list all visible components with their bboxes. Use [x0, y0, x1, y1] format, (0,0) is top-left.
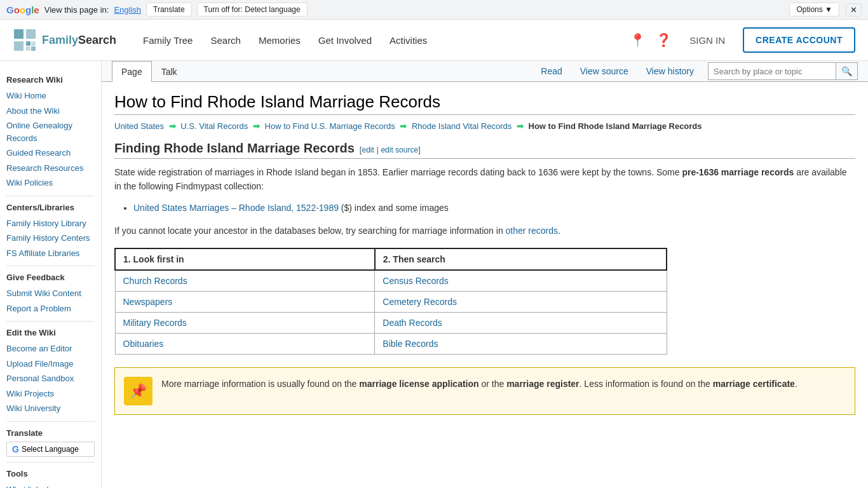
- sidebar-what-links-here[interactable]: What links here: [6, 482, 95, 489]
- sidebar-wiki-policies[interactable]: Wiki Policies: [6, 175, 95, 191]
- breadcrumb-ri-vital-records[interactable]: Rhode Island Vital Records: [412, 121, 512, 131]
- svg-rect-1: [26, 29, 36, 39]
- edit-links: [edit | edit source]: [360, 145, 421, 154]
- nav-memories[interactable]: Memories: [251, 30, 308, 51]
- tab-talk[interactable]: Talk: [152, 61, 187, 82]
- table-col1-link-3[interactable]: Obituaries: [123, 337, 367, 350]
- table-col2-link-2[interactable]: Death Records: [383, 316, 658, 329]
- create-account-button[interactable]: CREATE ACCOUNT: [743, 27, 855, 53]
- sidebar-research-resources[interactable]: Research Resources: [6, 161, 95, 176]
- tab-page[interactable]: Page: [112, 61, 152, 82]
- main-content: How to Find Rhode Island Marriage Record…: [102, 82, 868, 425]
- page-layout: Research Wiki Wiki Home About the Wiki O…: [0, 61, 868, 488]
- tools-title: Tools: [6, 469, 95, 478]
- svg-rect-4: [31, 41, 36, 46]
- tip-text-2: or the: [479, 379, 507, 389]
- other-records-link[interactable]: other records: [506, 226, 558, 236]
- sidebar-wiki-projects[interactable]: Wiki Projects: [6, 386, 95, 402]
- sidebar-family-history-centers[interactable]: Family History Centers: [6, 231, 95, 246]
- edit-wiki-title: Edit the Wiki: [6, 328, 95, 337]
- tip-bold-1: marriage license application: [359, 379, 478, 389]
- sidebar-upload-file[interactable]: Upload File/Image: [6, 356, 95, 372]
- close-translate-button[interactable]: ✕: [846, 3, 862, 17]
- svg-rect-6: [31, 46, 36, 51]
- select-language-button[interactable]: G Select Language: [6, 442, 95, 457]
- edit-source-link[interactable]: edit source: [381, 146, 418, 154]
- breadcrumb-us-marriage-records[interactable]: How to Find U.S. Marriage Records: [265, 121, 395, 131]
- ancestor-paragraph: If you cannot locate your ancestor in th…: [114, 224, 855, 238]
- sidebar-divider-2: [6, 266, 95, 266]
- wiki-search-input[interactable]: [709, 63, 836, 79]
- table-col1-link-0[interactable]: Church Records: [123, 274, 367, 287]
- sidebar-wiki-university[interactable]: Wiki University: [6, 401, 95, 416]
- ri-marriages-link[interactable]: United States Marriages – Rhode Island, …: [133, 203, 339, 213]
- tip-icon: 📌: [124, 377, 153, 405]
- sidebar-become-editor[interactable]: Become an Editor: [6, 341, 95, 356]
- nav-get-involved[interactable]: Get Involved: [311, 30, 379, 51]
- help-icon[interactable]: ❓: [656, 32, 672, 48]
- sidebar-submit-wiki[interactable]: Submit Wiki Content: [6, 286, 95, 301]
- sidebar-personal-sandbox[interactable]: Personal Sandbox: [6, 371, 95, 386]
- tip-bold-3: marriage certificate: [713, 379, 795, 389]
- tip-text: More marriage information is usually fou…: [161, 377, 797, 391]
- tip-text-4: .: [795, 379, 797, 389]
- main-header: FamilySearch Family Tree Search Memories…: [0, 20, 868, 61]
- main-nav: Family Tree Search Memories Get Involved…: [135, 30, 630, 51]
- svg-rect-0: [14, 29, 24, 39]
- options-button[interactable]: Options ▼: [789, 3, 839, 17]
- ancestor-text-2: .: [558, 226, 560, 236]
- translate-bar-text: View this page in:: [44, 5, 109, 15]
- svg-rect-5: [26, 46, 31, 51]
- sidebar-report-problem[interactable]: Report a Problem: [6, 301, 95, 316]
- table-col1-link-1[interactable]: Newspapers: [123, 295, 367, 308]
- sidebar-online-genealogy[interactable]: Online Genealogy Records: [6, 118, 95, 146]
- location-icon[interactable]: 📍: [630, 32, 646, 48]
- translate-language-link[interactable]: English: [114, 5, 141, 15]
- sidebar-divider-4: [6, 421, 95, 422]
- table-col2-link-1[interactable]: Cemetery Records: [383, 295, 658, 308]
- sidebar: Research Wiki Wiki Home About the Wiki O…: [0, 61, 102, 488]
- nav-family-tree[interactable]: Family Tree: [135, 30, 200, 51]
- wiki-search-button[interactable]: 🔍: [836, 63, 857, 79]
- tab-read[interactable]: Read: [532, 61, 571, 81]
- nav-activities[interactable]: Activities: [382, 30, 435, 51]
- breadcrumb-arrow-1: ➡: [169, 121, 176, 131]
- table-col2-link-3[interactable]: Bible Records: [383, 337, 658, 350]
- edit-link[interactable]: edit: [362, 146, 374, 154]
- table-header-col1: 1. Look first in: [115, 248, 375, 270]
- table-row: ObituariesBible Records: [115, 334, 667, 355]
- give-feedback-title: Give Feedback: [6, 273, 95, 282]
- table-row: Military RecordsDeath Records: [115, 313, 667, 334]
- page-title: How to Find Rhode Island Marriage Record…: [114, 92, 855, 115]
- table-row: NewspapersCemetery Records: [115, 292, 667, 313]
- breadcrumb-current: How to Find Rhode Island Marriage Record…: [529, 121, 702, 131]
- sidebar-family-history-library[interactable]: Family History Library: [6, 216, 95, 231]
- table-col2-link-0[interactable]: Census Records: [383, 274, 658, 287]
- nav-search[interactable]: Search: [203, 30, 248, 51]
- table-col1-link-2[interactable]: Military Records: [123, 316, 367, 329]
- header-right: 📍 ❓ SIGN IN CREATE ACCOUNT: [630, 27, 855, 53]
- sign-in-button[interactable]: SIGN IN: [682, 30, 733, 51]
- translate-title: Translate: [6, 428, 95, 438]
- sidebar-guided-research[interactable]: Guided Research: [6, 146, 95, 161]
- translate-button[interactable]: Translate: [146, 3, 192, 17]
- turn-off-button[interactable]: Turn off for: Detect language: [197, 3, 308, 17]
- logo-icon: [13, 28, 37, 52]
- tab-view-history[interactable]: View history: [637, 61, 703, 81]
- table-header-col2: 2. Then search: [375, 248, 667, 270]
- list-item-1: United States Marriages – Rhode Island, …: [133, 200, 855, 216]
- tab-view-source[interactable]: View source: [571, 61, 637, 81]
- logo-link[interactable]: FamilySearch: [13, 28, 116, 52]
- tip-text-3: . Less information is found on the: [580, 379, 713, 389]
- breadcrumb-united-states[interactable]: United States: [114, 121, 164, 131]
- section-heading-text: Finding Rhode Island Marriage Records: [114, 141, 355, 156]
- sidebar-divider-5: [6, 462, 95, 463]
- breadcrumb-us-vital-records[interactable]: U.S. Vital Records: [180, 121, 248, 131]
- ancestor-text-1: If you cannot locate your ancestor in th…: [114, 226, 506, 236]
- table-row: Church RecordsCensus Records: [115, 270, 667, 292]
- sidebar-fs-affiliate-libraries[interactable]: FS Affiliate Libraries: [6, 246, 95, 261]
- sidebar-divider-1: [6, 196, 95, 196]
- sidebar-about-wiki[interactable]: About the Wiki: [6, 104, 95, 119]
- sidebar-wiki-home[interactable]: Wiki Home: [6, 88, 95, 104]
- centers-libraries-title: Centers/Libraries: [6, 203, 95, 212]
